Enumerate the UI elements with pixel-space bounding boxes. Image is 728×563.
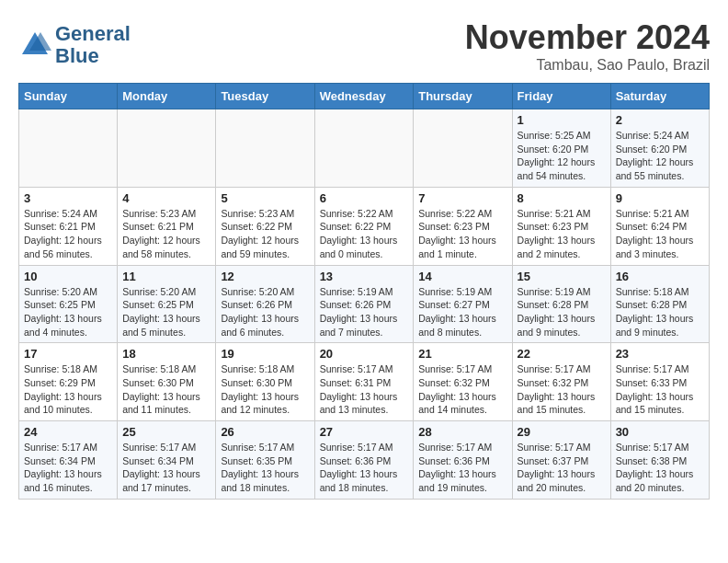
calendar-cell: 1Sunrise: 5:25 AMSunset: 6:20 PMDaylight…	[512, 109, 610, 188]
day-number: 11	[122, 270, 210, 283]
calendar-cell: 18Sunrise: 5:18 AMSunset: 6:30 PMDayligh…	[118, 343, 216, 421]
day-info: Sunrise: 5:25 AMSunset: 6:20 PMDaylight:…	[518, 129, 606, 183]
calendar-cell: 30Sunrise: 5:17 AMSunset: 6:38 PMDayligh…	[610, 421, 709, 500]
day-info: Sunrise: 5:22 AMSunset: 6:23 PMDaylight:…	[418, 207, 506, 261]
logo: General Blue	[18, 23, 131, 67]
day-info: Sunrise: 5:21 AMSunset: 6:23 PMDaylight:…	[518, 207, 606, 261]
day-number: 7	[418, 191, 506, 205]
day-number: 26	[221, 425, 309, 439]
calendar-cell: 24Sunrise: 5:17 AMSunset: 6:34 PMDayligh…	[19, 421, 118, 500]
day-number: 10	[24, 270, 112, 283]
day-info: Sunrise: 5:24 AMSunset: 6:21 PMDaylight:…	[24, 207, 112, 261]
calendar-table: SundayMondayTuesdayWednesdayThursdayFrid…	[18, 83, 710, 500]
calendar-cell	[314, 109, 414, 188]
day-number: 20	[320, 347, 409, 361]
weekday-header-tuesday: Tuesday	[216, 84, 314, 109]
calendar-cell: 16Sunrise: 5:18 AMSunset: 6:28 PMDayligh…	[610, 265, 709, 343]
day-info: Sunrise: 5:17 AMSunset: 6:32 PMDaylight:…	[518, 362, 606, 417]
calendar-cell	[118, 109, 216, 188]
day-info: Sunrise: 5:23 AMSunset: 6:21 PMDaylight:…	[122, 207, 210, 261]
day-info: Sunrise: 5:17 AMSunset: 6:36 PMDaylight:…	[418, 441, 506, 495]
weekday-header-wednesday: Wednesday	[314, 84, 414, 109]
calendar-cell: 13Sunrise: 5:19 AMSunset: 6:26 PMDayligh…	[314, 265, 414, 343]
day-number: 14	[418, 270, 506, 283]
day-number: 22	[518, 347, 606, 361]
day-number: 6	[320, 191, 409, 205]
day-info: Sunrise: 5:17 AMSunset: 6:33 PMDaylight:…	[616, 362, 704, 417]
day-number: 19	[221, 347, 309, 361]
day-number: 2	[616, 113, 704, 127]
day-info: Sunrise: 5:17 AMSunset: 6:34 PMDaylight:…	[122, 441, 210, 495]
day-info: Sunrise: 5:19 AMSunset: 6:26 PMDaylight:…	[320, 285, 409, 339]
day-info: Sunrise: 5:18 AMSunset: 6:30 PMDaylight:…	[122, 362, 210, 417]
logo-icon	[18, 29, 51, 62]
day-info: Sunrise: 5:18 AMSunset: 6:28 PMDaylight:…	[616, 285, 704, 339]
calendar-cell: 25Sunrise: 5:17 AMSunset: 6:34 PMDayligh…	[118, 421, 216, 500]
day-info: Sunrise: 5:17 AMSunset: 6:38 PMDaylight:…	[616, 441, 704, 495]
calendar-cell: 29Sunrise: 5:17 AMSunset: 6:37 PMDayligh…	[512, 421, 610, 500]
calendar-cell: 20Sunrise: 5:17 AMSunset: 6:31 PMDayligh…	[314, 343, 414, 421]
day-info: Sunrise: 5:22 AMSunset: 6:22 PMDaylight:…	[320, 207, 409, 261]
day-number: 3	[24, 191, 112, 205]
calendar-cell: 14Sunrise: 5:19 AMSunset: 6:27 PMDayligh…	[414, 265, 512, 343]
week-row-4: 24Sunrise: 5:17 AMSunset: 6:34 PMDayligh…	[19, 421, 710, 500]
calendar-cell: 26Sunrise: 5:17 AMSunset: 6:35 PMDayligh…	[216, 421, 314, 500]
day-number: 28	[418, 425, 506, 439]
calendar-cell	[414, 109, 512, 188]
day-number: 24	[24, 425, 112, 439]
day-info: Sunrise: 5:17 AMSunset: 6:34 PMDaylight:…	[24, 441, 112, 495]
calendar-cell: 15Sunrise: 5:19 AMSunset: 6:28 PMDayligh…	[512, 265, 610, 343]
calendar-cell: 7Sunrise: 5:22 AMSunset: 6:23 PMDaylight…	[414, 187, 512, 265]
calendar-cell: 4Sunrise: 5:23 AMSunset: 6:21 PMDaylight…	[118, 187, 216, 265]
calendar-cell: 11Sunrise: 5:20 AMSunset: 6:25 PMDayligh…	[118, 265, 216, 343]
day-number: 1	[518, 113, 606, 127]
calendar-cell: 12Sunrise: 5:20 AMSunset: 6:26 PMDayligh…	[216, 265, 314, 343]
day-number: 25	[122, 425, 210, 439]
day-number: 29	[518, 425, 606, 439]
logo-text: General Blue	[55, 23, 131, 67]
day-info: Sunrise: 5:17 AMSunset: 6:31 PMDaylight:…	[320, 362, 409, 417]
header: General Blue November 2024 Tambau, Sao P…	[18, 18, 710, 74]
day-info: Sunrise: 5:24 AMSunset: 6:20 PMDaylight:…	[616, 129, 704, 183]
calendar-cell: 22Sunrise: 5:17 AMSunset: 6:32 PMDayligh…	[512, 343, 610, 421]
day-number: 5	[221, 191, 309, 205]
calendar-cell: 21Sunrise: 5:17 AMSunset: 6:32 PMDayligh…	[414, 343, 512, 421]
calendar-cell: 23Sunrise: 5:17 AMSunset: 6:33 PMDayligh…	[610, 343, 709, 421]
weekday-header-sunday: Sunday	[19, 84, 118, 109]
day-number: 23	[616, 347, 704, 361]
logo-line1: General	[55, 22, 131, 45]
month-title: November 2024	[465, 18, 710, 57]
calendar-cell: 3Sunrise: 5:24 AMSunset: 6:21 PMDaylight…	[19, 187, 118, 265]
day-number: 16	[616, 270, 704, 283]
logo-line2: Blue	[55, 44, 99, 67]
day-number: 21	[418, 347, 506, 361]
day-number: 30	[616, 425, 704, 439]
week-row-1: 3Sunrise: 5:24 AMSunset: 6:21 PMDaylight…	[19, 187, 710, 265]
weekday-header-thursday: Thursday	[414, 84, 512, 109]
day-number: 27	[320, 425, 409, 439]
week-row-2: 10Sunrise: 5:20 AMSunset: 6:25 PMDayligh…	[19, 265, 710, 343]
weekday-header-friday: Friday	[512, 84, 610, 109]
day-info: Sunrise: 5:20 AMSunset: 6:26 PMDaylight:…	[221, 285, 309, 339]
week-row-3: 17Sunrise: 5:18 AMSunset: 6:29 PMDayligh…	[19, 343, 710, 421]
calendar-cell	[19, 109, 118, 188]
day-number: 4	[122, 191, 210, 205]
calendar-cell: 17Sunrise: 5:18 AMSunset: 6:29 PMDayligh…	[19, 343, 118, 421]
location: Tambau, Sao Paulo, Brazil	[465, 57, 710, 74]
day-info: Sunrise: 5:18 AMSunset: 6:30 PMDaylight:…	[221, 362, 309, 417]
day-info: Sunrise: 5:20 AMSunset: 6:25 PMDaylight:…	[122, 285, 210, 339]
day-number: 18	[122, 347, 210, 361]
day-info: Sunrise: 5:17 AMSunset: 6:35 PMDaylight:…	[221, 441, 309, 495]
day-number: 8	[518, 191, 606, 205]
day-number: 12	[221, 270, 309, 283]
day-info: Sunrise: 5:19 AMSunset: 6:28 PMDaylight:…	[518, 285, 606, 339]
day-info: Sunrise: 5:23 AMSunset: 6:22 PMDaylight:…	[221, 207, 309, 261]
calendar-cell: 5Sunrise: 5:23 AMSunset: 6:22 PMDaylight…	[216, 187, 314, 265]
day-info: Sunrise: 5:20 AMSunset: 6:25 PMDaylight:…	[24, 285, 112, 339]
calendar-cell: 9Sunrise: 5:21 AMSunset: 6:24 PMDaylight…	[610, 187, 709, 265]
calendar-cell: 28Sunrise: 5:17 AMSunset: 6:36 PMDayligh…	[414, 421, 512, 500]
week-row-0: 1Sunrise: 5:25 AMSunset: 6:20 PMDaylight…	[19, 109, 710, 188]
calendar-cell: 27Sunrise: 5:17 AMSunset: 6:36 PMDayligh…	[314, 421, 414, 500]
calendar-cell: 8Sunrise: 5:21 AMSunset: 6:23 PMDaylight…	[512, 187, 610, 265]
day-number: 15	[518, 270, 606, 283]
